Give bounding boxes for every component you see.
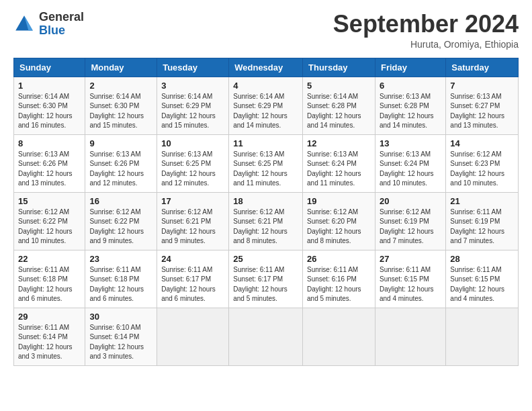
week-row-4: 22Sunrise: 6:11 AMSunset: 6:18 PMDayligh… xyxy=(14,250,519,308)
day-cell: 21Sunrise: 6:11 AMSunset: 6:19 PMDayligh… xyxy=(446,192,519,250)
day-cell: 9Sunrise: 6:13 AMSunset: 6:26 PMDaylight… xyxy=(85,134,157,192)
day-info: Sunrise: 6:11 AMSunset: 6:19 PMDaylight:… xyxy=(450,208,514,246)
weekday-header-sunday: Sunday xyxy=(14,58,85,77)
day-number: 10 xyxy=(161,138,224,148)
day-info: Sunrise: 6:14 AMSunset: 6:29 PMDaylight:… xyxy=(161,92,224,131)
day-info: Sunrise: 6:13 AMSunset: 6:26 PMDaylight:… xyxy=(18,150,81,189)
day-cell: 19Sunrise: 6:12 AMSunset: 6:20 PMDayligh… xyxy=(303,192,375,250)
day-info: Sunrise: 6:14 AMSunset: 6:29 PMDaylight:… xyxy=(233,92,298,131)
weekday-header-tuesday: Tuesday xyxy=(157,58,229,77)
day-number: 6 xyxy=(380,81,441,91)
day-cell: 23Sunrise: 6:11 AMSunset: 6:18 PMDayligh… xyxy=(85,250,157,308)
day-info: Sunrise: 6:11 AMSunset: 6:15 PMDaylight:… xyxy=(450,265,514,304)
day-info: Sunrise: 6:13 AMSunset: 6:24 PMDaylight:… xyxy=(307,150,371,189)
day-info: Sunrise: 6:11 AMSunset: 6:15 PMDaylight:… xyxy=(380,265,441,304)
day-number: 23 xyxy=(89,254,152,264)
logo-general: General xyxy=(39,11,84,24)
day-info: Sunrise: 6:12 AMSunset: 6:21 PMDaylight:… xyxy=(233,208,298,246)
logo-text: General Blue xyxy=(39,11,84,38)
day-number: 19 xyxy=(307,196,371,206)
day-info: Sunrise: 6:13 AMSunset: 6:28 PMDaylight:… xyxy=(380,92,441,131)
day-info: Sunrise: 6:13 AMSunset: 6:27 PMDaylight:… xyxy=(450,92,514,131)
day-number: 7 xyxy=(450,81,514,91)
day-info: Sunrise: 6:12 AMSunset: 6:19 PMDaylight:… xyxy=(380,208,441,246)
day-info: Sunrise: 6:12 AMSunset: 6:20 PMDaylight:… xyxy=(307,208,371,246)
day-number: 5 xyxy=(307,81,371,91)
day-cell: 12Sunrise: 6:13 AMSunset: 6:24 PMDayligh… xyxy=(303,134,375,192)
day-number: 17 xyxy=(161,196,224,206)
day-number: 2 xyxy=(89,81,152,91)
day-cell: 6Sunrise: 6:13 AMSunset: 6:28 PMDaylight… xyxy=(375,77,445,134)
day-number: 14 xyxy=(450,138,514,148)
calendar-table: SundayMondayTuesdayWednesdayThursdayFrid… xyxy=(13,58,519,366)
day-number: 8 xyxy=(18,138,81,148)
day-info: Sunrise: 6:13 AMSunset: 6:26 PMDaylight:… xyxy=(89,150,152,189)
day-info: Sunrise: 6:11 AMSunset: 6:18 PMDaylight:… xyxy=(89,265,152,304)
day-number: 12 xyxy=(307,138,371,148)
day-info: Sunrise: 6:13 AMSunset: 6:25 PMDaylight:… xyxy=(161,150,224,189)
day-number: 9 xyxy=(89,138,152,148)
day-cell: 26Sunrise: 6:11 AMSunset: 6:16 PMDayligh… xyxy=(303,250,375,308)
logo-icon xyxy=(13,13,35,35)
day-info: Sunrise: 6:14 AMSunset: 6:28 PMDaylight:… xyxy=(307,92,371,131)
title-block: September 2024 Huruta, Oromiya, Ethiopia xyxy=(333,11,519,50)
day-number: 21 xyxy=(450,196,514,206)
day-number: 20 xyxy=(380,196,441,206)
day-number: 29 xyxy=(18,312,81,322)
day-cell: 27Sunrise: 6:11 AMSunset: 6:15 PMDayligh… xyxy=(375,250,445,308)
day-cell xyxy=(446,308,519,365)
day-cell: 2Sunrise: 6:14 AMSunset: 6:30 PMDaylight… xyxy=(85,77,157,134)
day-info: Sunrise: 6:11 AMSunset: 6:16 PMDaylight:… xyxy=(307,265,371,304)
weekday-header-monday: Monday xyxy=(85,58,157,77)
day-cell: 20Sunrise: 6:12 AMSunset: 6:19 PMDayligh… xyxy=(375,192,445,250)
weekday-header-row: SundayMondayTuesdayWednesdayThursdayFrid… xyxy=(14,58,519,77)
day-info: Sunrise: 6:13 AMSunset: 6:25 PMDaylight:… xyxy=(233,150,298,189)
day-cell: 25Sunrise: 6:11 AMSunset: 6:17 PMDayligh… xyxy=(229,250,303,308)
day-number: 13 xyxy=(380,138,441,148)
day-cell: 16Sunrise: 6:12 AMSunset: 6:22 PMDayligh… xyxy=(85,192,157,250)
week-row-5: 29Sunrise: 6:11 AMSunset: 6:14 PMDayligh… xyxy=(14,308,519,365)
day-cell: 8Sunrise: 6:13 AMSunset: 6:26 PMDaylight… xyxy=(14,134,85,192)
day-cell: 13Sunrise: 6:13 AMSunset: 6:24 PMDayligh… xyxy=(375,134,445,192)
weekday-header-friday: Friday xyxy=(375,58,445,77)
day-number: 18 xyxy=(233,196,298,206)
day-number: 1 xyxy=(18,81,81,91)
day-number: 25 xyxy=(233,254,298,264)
day-cell xyxy=(157,308,229,365)
location-subtitle: Huruta, Oromiya, Ethiopia xyxy=(333,39,519,50)
month-title: September 2024 xyxy=(333,11,519,38)
day-number: 16 xyxy=(89,196,152,206)
day-number: 24 xyxy=(161,254,224,264)
day-cell: 17Sunrise: 6:12 AMSunset: 6:21 PMDayligh… xyxy=(157,192,229,250)
day-info: Sunrise: 6:11 AMSunset: 6:14 PMDaylight:… xyxy=(18,323,81,362)
day-number: 28 xyxy=(450,254,514,264)
day-number: 4 xyxy=(233,81,298,91)
day-cell: 1Sunrise: 6:14 AMSunset: 6:30 PMDaylight… xyxy=(14,77,85,134)
day-info: Sunrise: 6:12 AMSunset: 6:22 PMDaylight:… xyxy=(18,208,81,246)
day-cell: 10Sunrise: 6:13 AMSunset: 6:25 PMDayligh… xyxy=(157,134,229,192)
week-row-2: 8Sunrise: 6:13 AMSunset: 6:26 PMDaylight… xyxy=(14,134,519,192)
day-cell: 4Sunrise: 6:14 AMSunset: 6:29 PMDaylight… xyxy=(229,77,303,134)
day-number: 3 xyxy=(161,81,224,91)
day-cell: 15Sunrise: 6:12 AMSunset: 6:22 PMDayligh… xyxy=(14,192,85,250)
day-number: 15 xyxy=(18,196,81,206)
week-row-1: 1Sunrise: 6:14 AMSunset: 6:30 PMDaylight… xyxy=(14,77,519,134)
day-info: Sunrise: 6:12 AMSunset: 6:22 PMDaylight:… xyxy=(89,208,152,246)
week-row-3: 15Sunrise: 6:12 AMSunset: 6:22 PMDayligh… xyxy=(14,192,519,250)
weekday-header-saturday: Saturday xyxy=(446,58,519,77)
day-info: Sunrise: 6:12 AMSunset: 6:23 PMDaylight:… xyxy=(450,150,514,189)
day-info: Sunrise: 6:13 AMSunset: 6:24 PMDaylight:… xyxy=(380,150,441,189)
day-cell xyxy=(229,308,303,365)
day-cell: 24Sunrise: 6:11 AMSunset: 6:17 PMDayligh… xyxy=(157,250,229,308)
day-number: 30 xyxy=(89,312,152,322)
day-cell: 30Sunrise: 6:10 AMSunset: 6:14 PMDayligh… xyxy=(85,308,157,365)
day-info: Sunrise: 6:11 AMSunset: 6:17 PMDaylight:… xyxy=(161,265,224,304)
day-cell: 7Sunrise: 6:13 AMSunset: 6:27 PMDaylight… xyxy=(446,77,519,134)
day-number: 22 xyxy=(18,254,81,264)
day-cell: 3Sunrise: 6:14 AMSunset: 6:29 PMDaylight… xyxy=(157,77,229,134)
logo-blue: Blue xyxy=(39,24,84,38)
day-number: 26 xyxy=(307,254,371,264)
day-info: Sunrise: 6:14 AMSunset: 6:30 PMDaylight:… xyxy=(18,92,81,131)
day-cell xyxy=(303,308,375,365)
day-info: Sunrise: 6:14 AMSunset: 6:30 PMDaylight:… xyxy=(89,92,152,131)
